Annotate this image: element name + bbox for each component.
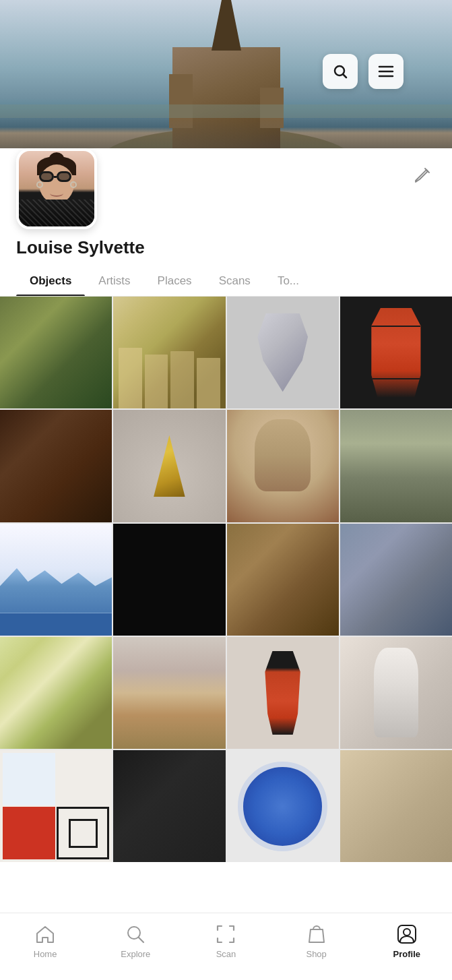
profile-section: Louise Sylvette bbox=[0, 148, 452, 258]
svg-line-1 bbox=[344, 75, 347, 78]
user-name: Louise Sylvette bbox=[16, 237, 436, 258]
tab-places[interactable]: Places bbox=[144, 266, 205, 296]
grid-item[interactable] bbox=[340, 750, 452, 862]
tab-artists[interactable]: Artists bbox=[85, 266, 143, 296]
grid-item[interactable] bbox=[340, 297, 452, 408]
nav-scan-label: Scan bbox=[216, 949, 236, 959]
grid-item[interactable] bbox=[113, 297, 225, 408]
nav-home[interactable]: Home bbox=[18, 923, 72, 959]
grid-item[interactable] bbox=[227, 750, 339, 862]
nav-shop-label: Shop bbox=[306, 949, 326, 959]
nav-explore[interactable]: Explore bbox=[108, 923, 162, 959]
grid-item[interactable] bbox=[0, 637, 112, 749]
bottom-nav: Home Explore Scan bbox=[0, 913, 452, 980]
svg-point-8 bbox=[403, 929, 410, 936]
svg-line-6 bbox=[139, 938, 144, 943]
nav-scan[interactable]: Scan bbox=[199, 923, 253, 959]
avatar bbox=[16, 148, 97, 229]
edit-profile-button[interactable] bbox=[409, 162, 436, 189]
grid-item[interactable] bbox=[0, 297, 112, 408]
nav-home-label: Home bbox=[34, 949, 57, 959]
grid-item[interactable] bbox=[340, 637, 452, 749]
nav-shop[interactable]: Shop bbox=[290, 923, 344, 959]
grid-item[interactable] bbox=[113, 637, 225, 749]
hero-menu-button[interactable] bbox=[368, 54, 403, 89]
tab-objects[interactable]: Objects bbox=[16, 266, 85, 296]
explore-icon bbox=[125, 923, 146, 945]
home-icon bbox=[34, 923, 56, 945]
art-grid bbox=[0, 297, 452, 862]
nav-profile-label: Profile bbox=[393, 949, 420, 959]
shop-icon bbox=[306, 923, 327, 945]
grid-item[interactable] bbox=[0, 410, 112, 522]
grid-item[interactable] bbox=[227, 297, 339, 408]
grid-item[interactable] bbox=[227, 524, 339, 636]
grid-item[interactable] bbox=[340, 410, 452, 522]
grid-item[interactable] bbox=[113, 750, 225, 862]
nav-profile[interactable]: Profile bbox=[380, 923, 434, 959]
tabs-container: Objects Artists Places Scans To... bbox=[0, 266, 452, 297]
grid-item[interactable] bbox=[0, 524, 112, 636]
tab-scans[interactable]: Scans bbox=[205, 266, 264, 296]
grid-item[interactable] bbox=[227, 637, 339, 749]
grid-item[interactable] bbox=[113, 410, 225, 522]
nav-explore-label: Explore bbox=[121, 949, 150, 959]
grid-item[interactable] bbox=[340, 524, 452, 636]
grid-item[interactable] bbox=[113, 524, 225, 636]
grid-item[interactable] bbox=[0, 750, 112, 862]
scan-icon bbox=[215, 923, 236, 945]
grid-item[interactable] bbox=[227, 410, 339, 522]
tab-topics[interactable]: To... bbox=[264, 266, 313, 296]
hero-search-button[interactable] bbox=[323, 54, 358, 89]
profile-nav-icon bbox=[396, 923, 418, 945]
